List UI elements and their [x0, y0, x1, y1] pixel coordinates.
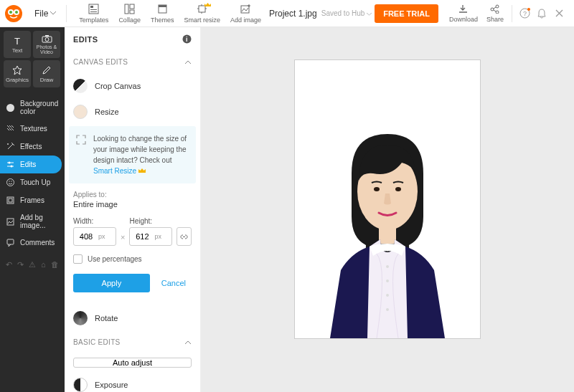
auto-adjust-button[interactable]: Auto adjust — [73, 358, 192, 368]
sidebar-item-addbg[interactable]: Add bg image... — [0, 209, 65, 234]
canvas-area[interactable] — [201, 27, 574, 392]
download-button[interactable]: Download — [446, 4, 481, 23]
add-image-tool[interactable]: Add image — [225, 1, 266, 26]
sidebar-item-textures[interactable]: Textures — [0, 120, 65, 138]
svg-rect-33 — [9, 199, 12, 202]
side-nav: Background color Textures Effects Edits … — [0, 91, 65, 252]
sidebar-item-comments[interactable]: Comments — [0, 234, 65, 252]
smart-resize-hint: Looking to change the size of your image… — [69, 126, 196, 183]
share-icon — [489, 4, 501, 14]
svg-rect-6 — [90, 6, 93, 8]
link-icon — [179, 232, 189, 242]
rotate-icon — [73, 311, 88, 325]
info-icon[interactable]: i — [182, 34, 192, 44]
camera-icon — [42, 34, 52, 43]
share-button[interactable]: Share — [483, 4, 507, 23]
top-bar: File Templates Collage Themes Smart resi… — [0, 0, 574, 27]
undo-button[interactable]: ↶ — [6, 260, 12, 269]
help-icon: ? — [519, 8, 530, 19]
use-percentages-row[interactable]: Use percentages — [73, 254, 192, 264]
svg-point-39 — [374, 187, 380, 191]
graphics-icon — [12, 65, 22, 75]
notifications-button[interactable] — [534, 6, 550, 21]
dimensions-row: Width: px × Height: px — [73, 217, 192, 246]
trash-button[interactable]: 🗑 — [51, 260, 59, 269]
svg-rect-41 — [379, 226, 396, 244]
apply-button[interactable]: Apply — [73, 274, 150, 292]
draw-tool[interactable]: Draw — [33, 60, 60, 87]
svg-point-30 — [9, 181, 9, 181]
sidebar-item-frames[interactable]: Frames — [0, 191, 65, 209]
separator — [512, 5, 512, 22]
sliders-icon — [6, 160, 15, 169]
comments-icon — [6, 238, 15, 247]
warn-button[interactable]: ⚠ — [29, 260, 36, 269]
basic-edits-header[interactable]: BASIC EDITS — [65, 331, 200, 353]
file-label: File — [34, 9, 48, 19]
width-input-wrap: px — [73, 227, 116, 246]
graphics-tool[interactable]: Graphics — [4, 60, 31, 87]
home-button[interactable]: ⌂ — [41, 260, 46, 269]
chevron-down-icon — [50, 11, 56, 15]
history-actions: ↶ ↷ ⚠ ⌂ 🗑 — [0, 254, 65, 275]
smart-resize-link[interactable]: Smart Resize — [93, 167, 146, 175]
times-symbol: × — [121, 233, 125, 246]
rotate-item[interactable]: Rotate — [65, 305, 200, 331]
redo-button[interactable]: ↷ — [17, 260, 24, 269]
collage-tool[interactable]: Collage — [113, 1, 146, 26]
portrait-image — [309, 109, 466, 338]
width-input[interactable] — [74, 232, 98, 241]
sidebar-item-edits[interactable]: Edits — [0, 156, 62, 173]
touchup-icon — [6, 178, 15, 187]
crop-canvas-item[interactable]: Crop Canvas — [65, 73, 200, 99]
help-button[interactable]: ? — [517, 6, 532, 21]
photos-tool[interactable]: Photos & Video — [33, 31, 60, 58]
svg-point-18 — [496, 11, 499, 14]
free-trial-button[interactable]: FREE TRIAL — [375, 4, 438, 23]
themes-tool[interactable]: Themes — [146, 1, 179, 26]
chevron-up-icon — [184, 340, 192, 345]
smart-resize-tool[interactable]: Smart resize — [179, 1, 225, 26]
exposure-icon — [73, 378, 88, 392]
height-unit: px — [154, 233, 165, 240]
app-logo[interactable] — [0, 0, 27, 27]
svg-rect-5 — [89, 4, 98, 14]
close-icon — [555, 9, 564, 18]
templates-tool[interactable]: Templates — [74, 1, 113, 26]
collage-icon — [124, 4, 136, 15]
project-name[interactable]: Project 1.jpg Saved to Hub — [266, 9, 375, 19]
canvas-edits-header[interactable]: CANVAS EDITS — [65, 51, 200, 73]
separator — [66, 5, 67, 22]
resize-item[interactable]: Resize — [65, 99, 200, 125]
themes-icon — [156, 4, 168, 15]
circle-icon — [6, 103, 15, 113]
exposure-item[interactable]: Exposure — [65, 372, 200, 392]
svg-point-45 — [386, 308, 389, 311]
templates-icon — [88, 4, 100, 15]
svg-rect-8 — [90, 11, 97, 12]
sidebar-item-touchup[interactable]: Touch Up — [0, 173, 65, 191]
svg-point-43 — [386, 279, 389, 282]
applies-label: Applies to: — [73, 191, 192, 199]
height-input[interactable] — [130, 232, 154, 241]
artboard[interactable] — [294, 59, 481, 339]
text-tool[interactable]: TText — [4, 31, 31, 58]
svg-text:i: i — [186, 36, 188, 43]
svg-point-29 — [7, 179, 14, 186]
link-dimensions-button[interactable] — [177, 227, 192, 246]
sidebar-item-effects[interactable]: Effects — [0, 138, 65, 156]
svg-point-3 — [9, 11, 12, 14]
smart-resize-icon — [197, 4, 208, 15]
cancel-button[interactable]: Cancel — [156, 279, 192, 287]
top-right-actions: Download Share ? — [446, 4, 574, 23]
close-button[interactable] — [551, 6, 567, 21]
sidebar-item-background[interactable]: Background color — [0, 95, 65, 120]
effects-icon — [6, 142, 15, 151]
file-menu[interactable]: File — [27, 9, 63, 19]
svg-point-42 — [386, 265, 389, 268]
svg-text:?: ? — [522, 10, 526, 17]
svg-point-4 — [15, 11, 18, 14]
svg-point-49 — [392, 248, 394, 250]
svg-rect-10 — [130, 4, 134, 9]
resize-icon — [73, 105, 88, 119]
